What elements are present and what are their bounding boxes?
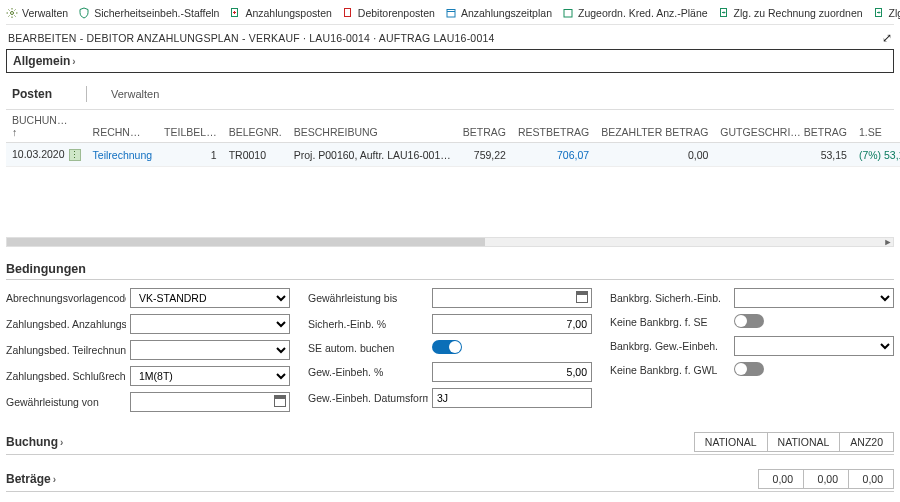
allgemein-header-input[interactable]: Allgemein›	[6, 49, 894, 73]
cell-se: (7%) 53,15	[853, 143, 900, 167]
shield-icon	[78, 7, 90, 19]
posten-verwalten[interactable]: Verwalten	[111, 88, 159, 100]
toggle-keinebrgse[interactable]	[734, 314, 764, 328]
label-keinebrggwl: Keine Bankbrg. f. GWL	[610, 364, 721, 376]
col-teilbel[interactable]: TEILBEL…	[158, 110, 223, 143]
chevron-right-icon: ›	[53, 474, 56, 485]
scroll-right-icon[interactable]: ►	[883, 238, 893, 246]
buchung-pills: NATIONAL NATIONAL ANZ20	[695, 432, 894, 452]
toggle-keinebrggwl[interactable]	[734, 362, 764, 376]
input-gewbis[interactable]	[432, 288, 592, 308]
label-zahlschluss: Zahlungsbed. Schlußrechnung	[6, 370, 126, 382]
input-sicheinb[interactable]	[432, 314, 592, 334]
breadcrumb: BEARBEITEN - DEBITOR ANZAHLUNGSPLAN - VE…	[8, 32, 495, 44]
amount-2: 0,00	[803, 469, 849, 489]
label-geweinb: Gew.-Einbeh. %	[308, 366, 387, 378]
label-sicheinb: Sicherh.-Einb. %	[308, 318, 390, 330]
pill-national-2[interactable]: NATIONAL	[767, 432, 841, 452]
input-gewvon[interactable]	[130, 392, 290, 412]
tab-posten[interactable]: Posten	[6, 81, 62, 107]
scroll-thumb[interactable]	[7, 238, 485, 246]
col-se[interactable]: 1.SE	[853, 110, 900, 143]
toolbar-verwalten[interactable]: Verwalten	[6, 7, 68, 19]
chevron-right-icon: ›	[72, 56, 75, 67]
section-allgemein-title: Allgemein	[13, 54, 70, 68]
select-abrechcode[interactable]: VK-STANDRD	[130, 288, 290, 308]
toolbar-label: Debitorenposten	[358, 7, 435, 19]
svg-point-0	[11, 12, 14, 15]
cell-restbetrag[interactable]: 706,07	[512, 143, 595, 167]
cell-teilbel: 1	[158, 143, 223, 167]
section-buchung-title[interactable]: Buchung›	[6, 435, 63, 449]
col-beschreibung[interactable]: BESCHREIBUNG	[288, 110, 457, 143]
toolbar-label: Anzahlungszeitplan	[461, 7, 552, 19]
col-gutgeschr[interactable]: GUTGESCHRI… BETRAG	[714, 110, 853, 143]
toolbar-sicherheit[interactable]: Sicherheitseinbeh.-Staffeln	[78, 7, 219, 19]
cell-rechn[interactable]: Teilrechnung	[87, 143, 159, 167]
row-menu-icon[interactable]: ⋮	[69, 149, 81, 161]
calendar-icon[interactable]	[274, 395, 286, 407]
link-icon	[562, 7, 574, 19]
toolbar-label: Zlg. zu Rechnung zuordnen	[734, 7, 863, 19]
col-buchung[interactable]: BUCHUN…↑	[6, 110, 87, 143]
collapse-icon[interactable]: ⤢	[882, 31, 892, 45]
cell-gutgeschr: 53,15	[714, 143, 853, 167]
cell-bezahlter: 0,00	[595, 143, 714, 167]
table-row[interactable]: 10.03.2020⋮ Teilrechnung 1 TR0010 Proj. …	[6, 143, 900, 167]
toolbar-zugeordn-kred[interactable]: Zugeordn. Kred. Anz.-Pläne	[562, 7, 708, 19]
label-abrechcode: Abrechnungsvorlagencode	[6, 292, 126, 304]
gear-icon	[6, 7, 18, 19]
label-gewvon: Gewährleistung von	[6, 396, 103, 408]
select-zahlteil[interactable]	[130, 340, 290, 360]
svg-rect-3	[447, 10, 455, 18]
select-bankbrggew[interactable]	[734, 336, 894, 356]
toolbar-anzahlungszeitplan[interactable]: Anzahlungszeitplan	[445, 7, 552, 19]
col-belegnr[interactable]: BELEGNR.	[223, 110, 288, 143]
col-bezahlter[interactable]: BEZAHLTER BETRAG	[595, 110, 714, 143]
label-keinebrgse: Keine Bankbrg. f. SE	[610, 316, 711, 328]
toolbar-anzahlungsposten[interactable]: Anzahlungsposten	[229, 7, 331, 19]
input-geweinbdat[interactable]	[432, 388, 592, 408]
bedingungen-grid: Abrechnungsvorlagencode VK-STANDRD Zahlu…	[6, 288, 894, 418]
label-geweinbdat: Gew.-Einbeh. Datumsformel	[308, 392, 428, 404]
amount-3: 0,00	[848, 469, 894, 489]
toolbar-debitorenposten[interactable]: Debitorenposten	[342, 7, 435, 19]
top-toolbar: Verwalten Sicherheitseinbeh.-Staffeln An…	[6, 4, 894, 25]
toolbar-zlg-rechnung[interactable]: Zlg. zu Rechnung zuordnen	[718, 7, 863, 19]
calendar-icon[interactable]	[576, 291, 588, 303]
toolbar-label: Zlg. zu Anzahlungsplan zuord.	[889, 7, 900, 19]
section-betraege-title[interactable]: Beträge›	[6, 472, 56, 486]
doc-user-icon	[342, 7, 354, 19]
posten-grid: BUCHUN…↑ RECHN… TEILBEL… BELEGNR. BESCHR…	[6, 110, 894, 248]
cell-beschr: Proj. P00160, Auftr. LAU16-001…	[288, 143, 457, 167]
label-zahlanz: Zahlungsbed. Anzahlungsrechnung	[6, 318, 126, 330]
doc-arrow-icon	[718, 7, 730, 19]
select-zahlanz[interactable]	[130, 314, 290, 334]
label-gewbis: Gewährleistung bis	[308, 292, 401, 304]
toolbar-label: Zugeordn. Kred. Anz.-Pläne	[578, 7, 708, 19]
svg-rect-4	[564, 10, 572, 18]
amount-1: 0,00	[758, 469, 804, 489]
label-bankbrggew: Bankbrg. Gew.-Einbeh.	[610, 340, 722, 352]
col-restbetrag[interactable]: RESTBETRAG	[512, 110, 595, 143]
col-betrag[interactable]: BETRAG	[457, 110, 512, 143]
posten-header: Posten Verwalten	[6, 81, 894, 110]
pill-national-1[interactable]: NATIONAL	[694, 432, 768, 452]
toolbar-zlg-anzplan[interactable]: Zlg. zu Anzahlungsplan zuord.	[873, 7, 900, 19]
col-rechn[interactable]: RECHN…	[87, 110, 159, 143]
pill-anz20[interactable]: ANZ20	[839, 432, 894, 452]
calendar-icon	[445, 7, 457, 19]
toolbar-label: Anzahlungsposten	[245, 7, 331, 19]
toggle-seauto[interactable]	[432, 340, 462, 354]
svg-rect-2	[344, 9, 350, 17]
label-seauto: SE autom. buchen	[308, 342, 398, 354]
select-zahlschluss[interactable]: 1M(8T)	[130, 366, 290, 386]
toolbar-label: Sicherheitseinbeh.-Staffeln	[94, 7, 219, 19]
betraege-amounts: 0,00 0,00 0,00	[759, 469, 894, 489]
toolbar-label: Verwalten	[22, 7, 68, 19]
cell-buchdatum: 10.03.2020	[12, 148, 65, 160]
horizontal-scrollbar[interactable]: ◄ ►	[6, 237, 894, 247]
select-bankbrgsich[interactable]	[734, 288, 894, 308]
section-bedingungen-title: Bedingungen	[6, 262, 894, 280]
input-geweinb[interactable]	[432, 362, 592, 382]
